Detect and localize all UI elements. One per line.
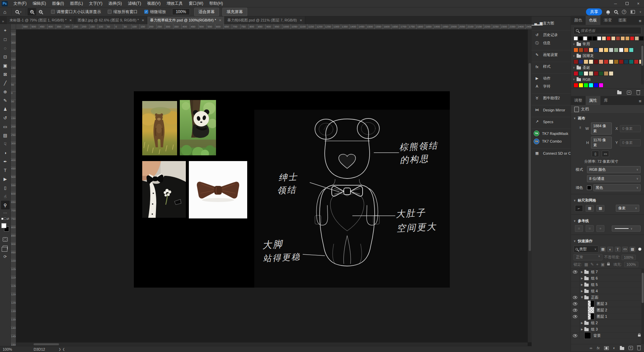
expand-chevron-icon[interactable]: ▶ — [580, 290, 584, 293]
layer-visibility-eye-icon[interactable] — [571, 326, 580, 333]
color-swatch[interactable] — [624, 59, 629, 64]
vertical-scrollbar[interactable] — [528, 30, 532, 342]
checkbox[interactable]: ✓ — [51, 10, 55, 14]
help-icon[interactable]: ? — [622, 10, 626, 14]
panel-strip-item[interactable]: ▶ 动作 — [532, 73, 571, 82]
expand-chevron-icon[interactable]: ▶ — [580, 283, 584, 286]
color-swatch[interactable] — [584, 48, 588, 52]
menu-item[interactable]: 编辑(E) — [30, 0, 49, 7]
layer-row[interactable]: ▶ 正面 — [571, 294, 644, 301]
color-swatch[interactable] — [589, 48, 593, 52]
layer-thumbnail[interactable] — [588, 313, 594, 320]
color-swatch[interactable] — [574, 83, 578, 88]
notifications-bell-icon[interactable] — [606, 10, 610, 13]
menu-item[interactable]: 滤镜(T) — [125, 0, 144, 7]
color-swatch[interactable] — [589, 71, 593, 76]
layer-visibility-eye-icon[interactable] — [571, 294, 580, 301]
tab-close-icon[interactable]: ✕ — [69, 18, 72, 22]
color-swatch[interactable] — [594, 83, 598, 88]
color-swatch[interactable] — [635, 36, 639, 41]
quick-actions-section-header[interactable]: ∨快速操作 — [571, 237, 644, 244]
color-swatch[interactable] — [621, 36, 625, 41]
color-swatch[interactable] — [604, 71, 608, 76]
share-button[interactable]: 共享 — [586, 8, 602, 15]
layer-name[interactable]: 组 3 — [591, 327, 598, 332]
path-select-tool[interactable]: ▶ — [1, 174, 10, 183]
color-swatch[interactable] — [630, 36, 634, 41]
panel-strip-item[interactable]: TK TK7 RapidMask — [532, 129, 571, 137]
document-tab[interactable]: 图像2.jpg @ 62.6% (图层 9, RGB/8) * ✕ — [75, 16, 148, 24]
layer-row[interactable]: ▶ 组 3 — [571, 326, 644, 333]
layer-row[interactable]: ▶ 组 2 — [571, 320, 644, 326]
document-tab[interactable]: 未标题-1 @ 79% (图层 1, RGB/8) * ✕ — [7, 16, 75, 24]
link-layers-icon[interactable]: ∞ — [590, 346, 592, 350]
layer-name[interactable]: 图层 2 — [597, 308, 607, 313]
document-tab[interactable]: 暴力熊6视图.psd @ 211% (图层 7, RGB/8) ✕ — [225, 16, 306, 24]
color-swatch[interactable] — [609, 59, 613, 64]
color-swatch[interactable] — [574, 48, 578, 52]
panel-strip-item[interactable]: ⋈ Design Mirror — [532, 105, 571, 114]
layer-name[interactable]: 图层 3 — [597, 301, 607, 306]
menu-item[interactable]: 视图(V) — [144, 0, 164, 7]
panel-strip-item[interactable]: ⓘ 信息 — [532, 39, 571, 47]
expand-chevron-icon[interactable]: ▶ — [580, 328, 584, 331]
link-dimensions-icon[interactable]: ∞ — [579, 126, 582, 131]
horizontal-ruler[interactable]: 5505004504003503002502001501005005010015… — [16, 24, 532, 30]
toggle-guides-icon[interactable]: ⌗ — [575, 225, 583, 232]
guides-section-header[interactable]: ∨参考线 — [571, 216, 644, 224]
color-swatch[interactable] — [614, 59, 619, 64]
layer-visibility-eye-icon[interactable] — [571, 307, 580, 313]
panel-strip-item[interactable]: ✎ 画笔设置 — [532, 50, 571, 59]
lock-all-icon[interactable] — [607, 263, 610, 265]
color-swatch[interactable] — [599, 83, 603, 88]
delete-swatch-icon[interactable] — [637, 91, 640, 95]
edit-toolbar-icon[interactable]: ⋯ — [3, 211, 7, 215]
layer-name[interactable]: 组 5 — [591, 282, 598, 287]
properties-panel-tab[interactable]: 调整 — [571, 96, 586, 105]
crop-tool[interactable]: ▣ — [1, 61, 10, 70]
canvas-y-field[interactable]: 0 像素 — [620, 139, 641, 146]
color-swatch[interactable] — [588, 36, 592, 41]
color-swatch[interactable] — [579, 48, 583, 52]
gradient-tool[interactable]: ▤ — [1, 131, 10, 140]
layer-row[interactable]: ▶ 图层 3 — [571, 301, 644, 307]
lock-artboard-icon[interactable]: ▣ — [601, 262, 604, 267]
swatch-search-input[interactable]: 搜索色板 — [574, 27, 641, 34]
color-swatch[interactable] — [574, 59, 578, 64]
color-swatch[interactable] — [579, 59, 583, 64]
menu-item[interactable]: 图像(I) — [49, 0, 67, 7]
toggle-grid-icon[interactable]: ▦ — [586, 205, 594, 212]
color-mode-dropdown[interactable]: RGB 颜色∨ — [587, 166, 641, 173]
color-swatch[interactable] — [604, 59, 608, 64]
color-swatch[interactable] — [614, 48, 619, 52]
menu-item[interactable]: 文字(Y) — [86, 0, 105, 7]
home-icon[interactable]: ⌂ — [0, 9, 10, 15]
status-popup-arrow[interactable]: ❯ — [58, 348, 61, 351]
tab-overflow-icon[interactable]: » — [0, 19, 7, 24]
fit-screen-button[interactable]: 适合屏幕 — [194, 8, 219, 16]
vertical-ruler[interactable]: 3503002502001501005005010015020025030035… — [11, 30, 16, 346]
panel-strip-item[interactable]: A 字符 — [532, 82, 571, 90]
quick-mask-icon[interactable] — [3, 237, 8, 242]
color-swatch[interactable] — [584, 83, 588, 88]
pen-tool[interactable]: ✒ — [1, 157, 10, 166]
layer-visibility-eye-icon[interactable] — [571, 301, 580, 307]
new-layer-icon[interactable]: + — [629, 346, 633, 350]
filter-type-layers-icon[interactable]: T — [615, 247, 621, 252]
layer-visibility-eye-icon[interactable] — [571, 333, 580, 339]
expand-chevron-icon[interactable]: ▶ — [580, 270, 584, 273]
menu-item[interactable]: 窗口(W) — [186, 0, 206, 7]
color-swatch[interactable] — [584, 59, 588, 64]
color-swatch[interactable] — [594, 48, 598, 52]
menu-item[interactable]: 增效工具 — [164, 0, 186, 7]
hand-tool[interactable]: ☝ — [1, 192, 10, 201]
color-swatch[interactable] — [609, 71, 613, 76]
canvas-width-field[interactable]: 1884 像素 — [591, 122, 612, 135]
fill-field[interactable]: 100% — [624, 262, 638, 267]
landscape-orientation-icon[interactable]: ▭ — [602, 151, 609, 157]
color-swatch[interactable] — [606, 36, 611, 41]
object-selection-tool[interactable]: ⊡ — [1, 52, 10, 61]
checkbox[interactable]: ✓ — [108, 10, 112, 14]
option-checkbox[interactable]: ✓ 调整窗口大小以满屏显示 — [51, 9, 101, 15]
eraser-tool[interactable]: ▭ — [1, 122, 10, 131]
